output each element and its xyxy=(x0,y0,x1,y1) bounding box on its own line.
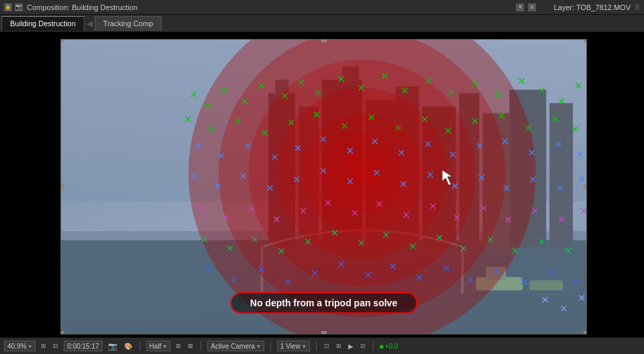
layer-label: Layer: TOB_7812.MOV xyxy=(553,3,631,11)
title-bar: 🔒 📷 Composition: Building Destruction ▼ … xyxy=(0,0,644,15)
quality-value: Half xyxy=(150,343,162,350)
edge-handle-bottom[interactable] xyxy=(321,331,327,335)
corner-handle-bl[interactable] xyxy=(60,331,64,335)
viewport: No depth from a tripod pan solve xyxy=(0,32,644,341)
camera-dropdown-arrow: ▼ xyxy=(256,344,261,349)
edge-handle-left[interactable] xyxy=(60,184,64,189)
view-dropdown[interactable]: 1 View ▼ xyxy=(277,341,310,351)
comp-frame: No depth from a tripod pan solve xyxy=(60,39,587,335)
snapshot-button[interactable]: 📷 xyxy=(107,342,119,351)
camera-dropdown[interactable]: Active Camera ▼ xyxy=(207,341,264,351)
resolution-button[interactable]: ⊟ xyxy=(52,343,60,349)
circles-overlay xyxy=(61,40,586,334)
view-value: 1 View xyxy=(280,343,301,350)
tab-separator: ◀ xyxy=(85,19,95,28)
toggle-button[interactable]: ⊞ xyxy=(335,343,343,349)
corner-handle-tr[interactable] xyxy=(584,39,587,42)
region-button[interactable]: ⊡ xyxy=(323,343,331,349)
color-settings-button[interactable]: 🎨 xyxy=(123,343,133,350)
separator-4 xyxy=(316,341,317,351)
dropdown-arrow-title[interactable]: ▼ xyxy=(516,3,524,11)
channels-button[interactable]: ⊠ xyxy=(186,343,195,349)
close-tab-icon[interactable]: ✕ xyxy=(528,3,536,11)
fit-button[interactable]: ⊞ xyxy=(40,343,48,349)
separator-5 xyxy=(373,341,374,351)
zoom-value: 40.9% xyxy=(7,343,26,350)
tab-bar: Building Destruction ◀ Tracking Comp xyxy=(0,15,644,32)
tab-building-destruction[interactable]: Building Destruction xyxy=(1,16,85,31)
left-black-area xyxy=(0,32,60,341)
separator-1 xyxy=(140,341,140,351)
green-value-group: ■ +0.0 xyxy=(380,343,398,350)
corner-handle-tl[interactable] xyxy=(60,39,64,42)
timecode-display[interactable]: 0:00:15:17 xyxy=(64,341,102,351)
corner-handle-br[interactable] xyxy=(584,331,587,335)
quality-dropdown[interactable]: Half ▼ xyxy=(146,341,171,351)
zoom-dropdown[interactable]: 40.9% ▼ xyxy=(4,341,36,351)
green-value: +0.0 xyxy=(385,343,398,350)
title-bar-icons: 🔒 📷 xyxy=(4,3,23,11)
warning-message: No depth from a tripod pan solve xyxy=(230,292,417,314)
bottom-toolbar: 40.9% ▼ ⊞ ⊟ 0:00:15:17 📷 🎨 Half ▼ ⊞ ⊠ Ac… xyxy=(0,337,644,354)
edge-handle-right[interactable] xyxy=(584,184,587,189)
green-indicator: ■ xyxy=(380,343,384,350)
concentric-circles-svg xyxy=(61,40,586,334)
view-dropdown-arrow: ▼ xyxy=(302,344,307,349)
composition-title: Composition: Building Destruction xyxy=(27,3,512,11)
separator-2 xyxy=(201,341,201,351)
lock-icon[interactable]: 🔒 xyxy=(4,3,12,11)
edge-handle-top[interactable] xyxy=(321,39,327,42)
camera-value: Active Camera xyxy=(211,343,255,350)
render-button[interactable]: ▶ xyxy=(347,343,355,350)
timecode-value: 0:00:15:17 xyxy=(67,343,99,350)
right-black-area xyxy=(587,32,644,341)
panel-menu-icon[interactable]: ☰ xyxy=(635,4,640,11)
camera-icon[interactable]: 📷 xyxy=(15,3,23,11)
svg-point-24 xyxy=(352,163,372,183)
grid-button[interactable]: ⊞ xyxy=(174,343,182,349)
separator-3 xyxy=(270,341,271,351)
quality-dropdown-arrow: ▼ xyxy=(162,344,167,349)
zoom-dropdown-arrow: ▼ xyxy=(28,344,32,349)
motion-blur-button[interactable]: ⊟ xyxy=(359,343,367,349)
tab-tracking-comp[interactable]: Tracking Comp xyxy=(95,16,162,31)
